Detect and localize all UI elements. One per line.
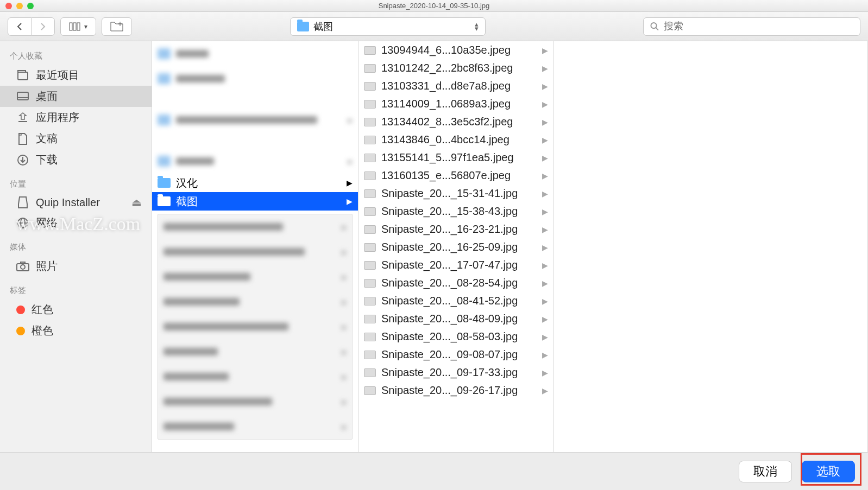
column-3-preview xyxy=(554,41,868,452)
file-row[interactable]: Snipaste_20..._09-26-17.jpg▶ xyxy=(358,381,553,399)
chevron-right-icon: ▶ xyxy=(542,100,548,109)
file-thumb-icon xyxy=(364,207,376,216)
file-row[interactable]: 13114009_1...0689a3.jpeg▶ xyxy=(358,95,553,113)
list-item[interactable]: ▸ xyxy=(152,107,358,132)
file-row[interactable]: Snipaste_20..._08-41-52.jpg▶ xyxy=(358,292,553,310)
view-mode-button[interactable]: ▾ xyxy=(60,17,96,36)
folder-row-jietu[interactable]: 截图 ▶ xyxy=(152,192,358,211)
forward-button[interactable] xyxy=(32,17,55,36)
file-thumb-icon xyxy=(364,154,376,162)
column-2[interactable]: 13094944_6...10a35e.jpeg▶13101242_2...2b… xyxy=(358,41,554,452)
search-icon xyxy=(650,22,659,31)
sidebar-item-documents[interactable]: 文稿 xyxy=(0,128,152,149)
file-thumb-icon xyxy=(364,171,376,180)
file-row[interactable]: Snipaste_20..._08-48-09.jpg▶ xyxy=(358,310,553,328)
list-item[interactable]: ▸ xyxy=(158,314,352,339)
file-row[interactable]: Snipaste_20..._17-07-47.jpg▶ xyxy=(358,256,553,274)
file-thumb-icon xyxy=(364,315,376,323)
file-row[interactable]: 13094944_6...10a35e.jpeg▶ xyxy=(358,41,553,59)
file-row[interactable]: Snipaste_20..._09-08-07.jpg▶ xyxy=(358,346,553,364)
folder-label: 汉化 xyxy=(176,176,198,190)
desktop-icon xyxy=(16,91,29,102)
sidebar-item-downloads[interactable]: 下载 xyxy=(0,149,152,170)
list-item[interactable]: ▸ xyxy=(158,239,352,264)
sidebar-label: 应用程序 xyxy=(36,110,79,125)
file-row[interactable]: 13103331_d...d8e7a8.jpeg▶ xyxy=(358,77,553,95)
chevron-right-icon: ▶ xyxy=(542,368,548,377)
svg-rect-8 xyxy=(18,71,26,72)
svg-rect-0 xyxy=(70,23,72,30)
list-item[interactable]: ▸ xyxy=(152,149,358,174)
file-thumb-icon xyxy=(364,386,376,395)
file-thumb-icon xyxy=(364,351,376,359)
file-row[interactable]: Snipaste_20..._08-28-54.jpg▶ xyxy=(358,274,553,292)
sidebar-tag-orange[interactable]: 橙色 xyxy=(0,320,152,341)
titlebar: Snipaste_2020-10-14_09-35-10.jpg xyxy=(0,0,868,12)
file-name-label: Snipaste_20..._08-48-09.jpg xyxy=(381,313,518,325)
chevron-right-icon: ▶ xyxy=(542,297,548,306)
chevron-right-icon: ▶ xyxy=(542,189,548,198)
file-name-label: Snipaste_20..._15-38-43.jpg xyxy=(381,205,518,218)
file-thumb-icon xyxy=(364,333,376,341)
list-item[interactable]: ▸ xyxy=(158,339,352,364)
chevron-right-icon: ▶ xyxy=(542,351,548,359)
sidebar-item-photos[interactable]: 照片 xyxy=(0,256,152,277)
file-name-label: Snipaste_20..._08-58-03.jpg xyxy=(381,330,518,343)
sidebar: 个人收藏 最近项目 桌面 应用程序 文稿 下载 位置 Quip Installe… xyxy=(0,41,152,452)
list-item[interactable] xyxy=(152,66,358,91)
select-button[interactable]: 选取 xyxy=(802,461,855,482)
cancel-button[interactable]: 取消 xyxy=(739,461,792,482)
back-button[interactable] xyxy=(8,17,32,36)
file-row[interactable]: 13134402_8...3e5c3f2.jpeg▶ xyxy=(358,113,553,131)
file-row[interactable]: 13143846_0...4bcc14.jpeg▶ xyxy=(358,131,553,149)
list-item[interactable]: ▸ xyxy=(158,214,352,239)
chevron-down-icon: ▾ xyxy=(84,23,87,30)
file-name-label: Snipaste_20..._16-25-09.jpg xyxy=(381,241,518,253)
sidebar-item-applications[interactable]: 应用程序 xyxy=(0,107,152,128)
file-row[interactable]: Snipaste_20..._15-38-43.jpg▶ xyxy=(358,202,553,220)
sidebar-tag-red[interactable]: 红色 xyxy=(0,299,152,320)
folder-row-hanhua[interactable]: 汉化 ▶ xyxy=(152,174,358,192)
sidebar-item-recents[interactable]: 最近项目 xyxy=(0,65,152,86)
new-folder-button[interactable] xyxy=(102,17,132,36)
file-row[interactable]: 13101242_2...2bc8f63.jpeg▶ xyxy=(358,59,553,77)
list-item[interactable]: ▸ xyxy=(158,389,352,414)
file-row[interactable]: Snipaste_20..._15-31-41.jpg▶ xyxy=(358,184,553,202)
file-row[interactable]: Snipaste_20..._09-17-33.jpg▶ xyxy=(358,364,553,381)
sidebar-label: 红色 xyxy=(32,302,53,317)
list-item[interactable]: ▸ xyxy=(158,364,352,389)
file-name-label: Snipaste_20..._09-17-33.jpg xyxy=(381,366,518,379)
eject-icon[interactable]: ⏏ xyxy=(131,196,142,209)
list-item[interactable] xyxy=(152,41,358,66)
search-field[interactable] xyxy=(643,17,860,36)
sidebar-item-desktop[interactable]: 桌面 xyxy=(0,86,152,107)
sidebar-section-tags: 标签 xyxy=(0,282,152,299)
path-selector[interactable]: 截图 ▴▾ xyxy=(290,17,486,36)
sidebar-item-quip-installer[interactable]: Quip Installer ⏏ xyxy=(0,193,152,212)
column-1[interactable]: ▸ ▸ 汉化 ▶ 截图 ▶ ▸ ▸ ▸ ▸ ▸ ▸ ▸ ▸ ▸ xyxy=(152,41,358,452)
documents-icon xyxy=(16,133,29,144)
svg-line-6 xyxy=(656,27,658,30)
file-row[interactable]: Snipaste_20..._08-58-03.jpg▶ xyxy=(358,328,553,346)
footer: 取消 选取 xyxy=(0,452,868,490)
file-name-label: 13114009_1...0689a3.jpeg xyxy=(381,98,511,110)
file-thumb-icon xyxy=(364,225,376,234)
folder-icon xyxy=(158,196,171,206)
file-thumb-icon xyxy=(364,189,376,198)
sidebar-item-network[interactable]: 网络 xyxy=(0,212,152,233)
list-item[interactable]: ▸ xyxy=(158,264,352,289)
search-input[interactable] xyxy=(664,21,853,32)
sidebar-label: 下载 xyxy=(36,152,58,167)
file-row[interactable]: Snipaste_20..._16-23-21.jpg▶ xyxy=(358,220,553,238)
applications-icon xyxy=(16,112,29,123)
chevron-right-icon: ▶ xyxy=(542,207,548,216)
list-item[interactable]: ▸ xyxy=(158,289,352,314)
sidebar-section-favorites: 个人收藏 xyxy=(0,48,152,65)
file-name-label: 13155141_5...97f1ea5.jpeg xyxy=(381,151,514,164)
file-row[interactable]: Snipaste_20..._16-25-09.jpg▶ xyxy=(358,238,553,256)
file-row[interactable]: 13155141_5...97f1ea5.jpeg▶ xyxy=(358,149,553,167)
chevron-right-icon: ▶ xyxy=(347,197,353,206)
file-row[interactable]: 13160135_e...56807e.jpeg▶ xyxy=(358,167,553,184)
file-name-label: Snipaste_20..._09-08-07.jpg xyxy=(381,348,518,361)
list-item[interactable]: ▸ xyxy=(158,414,352,439)
